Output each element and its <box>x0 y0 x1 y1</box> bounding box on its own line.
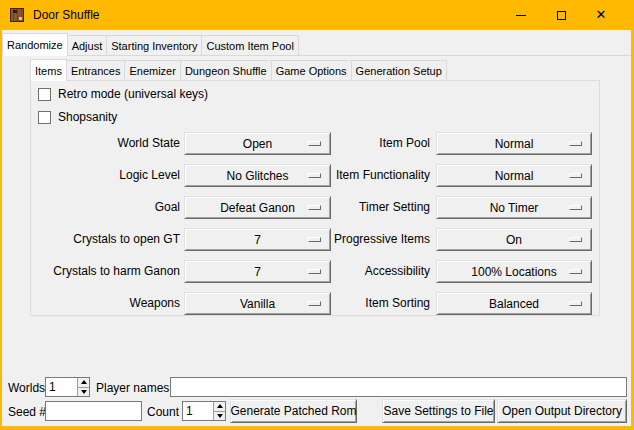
crystals-ganon-label: Crystals to harm Ganon <box>30 260 180 283</box>
accessibility-label: Accessibility <box>295 260 430 283</box>
count-label: Count <box>147 405 179 419</box>
arrow-down-icon <box>81 390 87 394</box>
weapons-label: Weapons <box>30 292 180 315</box>
progressive-items-label: Progressive Items <box>295 228 430 251</box>
shopsanity-label: Shopsanity <box>58 110 117 124</box>
seed-input[interactable] <box>45 401 142 421</box>
dropdown-indicator-icon <box>569 141 582 146</box>
tab-dungeon-shuffle[interactable]: Dungeon Shuffle <box>180 60 272 80</box>
arrow-up-icon <box>217 404 223 408</box>
seed-label: Seed # <box>8 405 46 419</box>
tab-game-options[interactable]: Game Options <box>271 60 352 80</box>
count-spinner[interactable]: 1 <box>182 401 226 421</box>
tab-items[interactable]: Items <box>30 59 67 81</box>
goal-label: Goal <box>30 196 180 219</box>
timer-setting-dropdown[interactable]: No Timer <box>436 196 592 219</box>
app-window: Door Shuffle ✕ Randomize Adjust Starting… <box>0 0 634 430</box>
spin-down-button[interactable] <box>214 412 225 421</box>
close-button[interactable]: ✕ <box>581 0 621 30</box>
minimize-button[interactable] <box>501 0 541 30</box>
retro-mode-checkbox-row: Retro mode (universal keys) <box>38 87 208 101</box>
accessibility-dropdown[interactable]: 100% Locations <box>436 260 592 283</box>
timer-setting-label: Timer Setting <box>295 196 430 219</box>
close-icon: ✕ <box>596 0 607 30</box>
maximize-button[interactable] <box>541 0 581 30</box>
world-state-label: World State <box>30 132 180 155</box>
tab-entrances[interactable]: Entrances <box>66 60 126 80</box>
dropdown-indicator-icon <box>569 205 582 210</box>
dropdown-indicator-icon <box>569 237 582 242</box>
arrow-up-icon <box>81 380 87 384</box>
player-names-input[interactable] <box>170 377 627 397</box>
titlebar: Door Shuffle ✕ <box>0 0 634 30</box>
tab-randomize[interactable]: Randomize <box>2 33 68 56</box>
item-functionality-dropdown[interactable]: Normal <box>436 164 592 187</box>
generate-patched-rom-button[interactable]: Generate Patched Rom <box>230 399 357 423</box>
player-names-label: Player names <box>96 381 169 395</box>
retro-mode-label: Retro mode (universal keys) <box>58 87 208 101</box>
spin-up-button[interactable] <box>78 378 89 388</box>
tab-starting-inventory[interactable]: Starting Inventory <box>106 35 202 55</box>
spin-up-button[interactable] <box>214 402 225 412</box>
worlds-spinner[interactable]: 1 <box>45 377 90 397</box>
retro-mode-checkbox[interactable] <box>38 88 51 101</box>
item-functionality-label: Item Functionality <box>295 164 430 187</box>
shopsanity-checkbox-row: Shopsanity <box>38 110 117 124</box>
tab-adjust[interactable]: Adjust <box>67 35 108 55</box>
arrow-down-icon <box>217 414 223 418</box>
item-sorting-dropdown[interactable]: Balanced <box>436 292 592 315</box>
sub-tabbar: Items Entrances Enemizer Dungeon Shuffle… <box>30 58 446 80</box>
tab-enemizer[interactable]: Enemizer <box>124 60 180 80</box>
tab-custom-item-pool[interactable]: Custom Item Pool <box>201 35 298 55</box>
shopsanity-checkbox[interactable] <box>38 111 51 124</box>
item-sorting-label: Item Sorting <box>295 292 430 315</box>
worlds-label: Worlds <box>8 381 45 395</box>
open-output-directory-button[interactable]: Open Output Directory <box>497 399 627 423</box>
tab-generation-setup[interactable]: Generation Setup <box>351 60 447 80</box>
spin-down-button[interactable] <box>78 388 89 397</box>
door-icon <box>9 7 25 23</box>
minimize-icon <box>516 15 526 16</box>
main-tabbar: Randomize Adjust Starting Inventory Cust… <box>2 32 631 56</box>
save-settings-button[interactable]: Save Settings to File <box>382 399 495 423</box>
item-pool-label: Item Pool <box>295 132 430 155</box>
progressive-items-dropdown[interactable]: On <box>436 228 592 251</box>
logic-level-label: Logic Level <box>30 164 180 187</box>
item-pool-dropdown[interactable]: Normal <box>436 132 592 155</box>
maximize-icon <box>557 11 566 20</box>
dropdown-indicator-icon <box>569 173 582 178</box>
window-title: Door Shuffle <box>33 0 100 30</box>
window-controls: ✕ <box>501 0 621 30</box>
dropdown-indicator-icon <box>569 269 582 274</box>
dropdown-indicator-icon <box>569 301 582 306</box>
crystals-gt-label: Crystals to open GT <box>30 228 180 251</box>
